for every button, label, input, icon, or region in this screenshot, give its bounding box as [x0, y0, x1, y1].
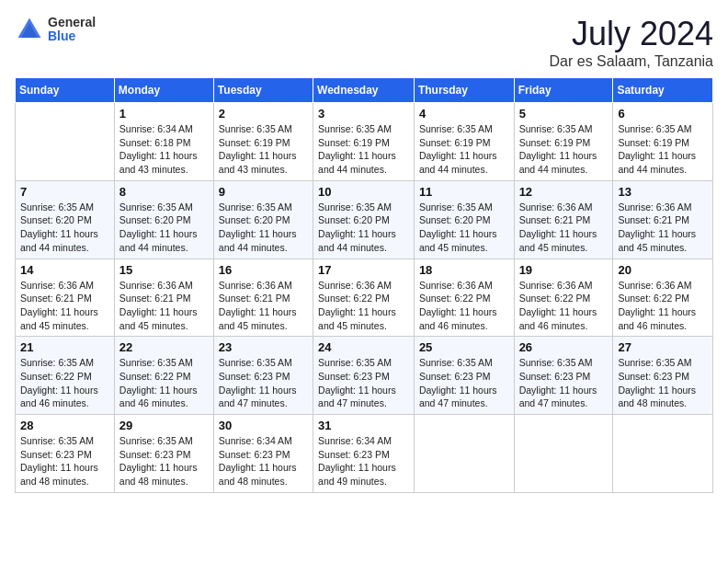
- logo-blue: Blue: [48, 29, 96, 43]
- weekday-header: Monday: [114, 78, 213, 103]
- day-number: 8: [119, 185, 209, 199]
- calendar-week-row: 7Sunrise: 6:35 AM Sunset: 6:20 PM Daylig…: [16, 180, 713, 259]
- day-number: 16: [219, 263, 308, 277]
- day-info: Sunrise: 6:35 AM Sunset: 6:22 PM Dayligh…: [20, 356, 109, 410]
- day-info: Sunrise: 6:35 AM Sunset: 6:20 PM Dayligh…: [119, 201, 209, 255]
- day-info: Sunrise: 6:35 AM Sunset: 6:23 PM Dayligh…: [219, 356, 308, 410]
- calendar-cell: 25Sunrise: 6:35 AM Sunset: 6:23 PM Dayli…: [414, 337, 514, 415]
- day-number: 27: [618, 340, 708, 354]
- day-info: Sunrise: 6:35 AM Sunset: 6:19 PM Dayligh…: [219, 122, 308, 177]
- calendar-cell: 14Sunrise: 6:36 AM Sunset: 6:21 PM Dayli…: [16, 259, 115, 337]
- day-number: 22: [119, 340, 209, 354]
- calendar-cell: 16Sunrise: 6:36 AM Sunset: 6:21 PM Dayli…: [213, 259, 313, 337]
- page-header: General Blue July 2024 Dar es Salaam, Ta…: [15, 15, 713, 70]
- day-number: 9: [219, 185, 308, 199]
- calendar-week-row: 1Sunrise: 6:34 AM Sunset: 6:18 PM Daylig…: [16, 103, 713, 181]
- day-info: Sunrise: 6:35 AM Sunset: 6:23 PM Dayligh…: [419, 356, 509, 410]
- day-number: 25: [419, 340, 509, 354]
- day-number: 29: [119, 419, 209, 432]
- day-info: Sunrise: 6:36 AM Sunset: 6:21 PM Dayligh…: [20, 279, 109, 333]
- day-number: 31: [318, 419, 409, 432]
- day-number: 5: [519, 107, 609, 121]
- calendar-cell: [16, 103, 115, 181]
- weekday-header: Sunday: [16, 78, 115, 103]
- calendar-cell: 30Sunrise: 6:34 AM Sunset: 6:23 PM Dayli…: [213, 415, 313, 493]
- weekday-header: Tuesday: [213, 78, 313, 103]
- calendar-cell: 4Sunrise: 6:35 AM Sunset: 6:19 PM Daylig…: [414, 103, 514, 181]
- calendar-cell: 21Sunrise: 6:35 AM Sunset: 6:22 PM Dayli…: [16, 337, 115, 415]
- weekday-header: Wednesday: [313, 78, 415, 103]
- calendar-cell: 5Sunrise: 6:35 AM Sunset: 6:19 PM Daylig…: [514, 103, 613, 181]
- day-number: 4: [419, 107, 509, 121]
- logo-icon: [15, 15, 44, 44]
- calendar-cell: [414, 415, 514, 493]
- day-info: Sunrise: 6:36 AM Sunset: 6:21 PM Dayligh…: [219, 279, 308, 333]
- calendar-cell: 13Sunrise: 6:36 AM Sunset: 6:21 PM Dayli…: [613, 180, 713, 259]
- day-info: Sunrise: 6:35 AM Sunset: 6:19 PM Dayligh…: [318, 122, 409, 177]
- day-info: Sunrise: 6:35 AM Sunset: 6:20 PM Dayligh…: [20, 201, 109, 255]
- day-number: 12: [519, 185, 609, 199]
- day-number: 26: [519, 340, 609, 354]
- calendar-cell: 23Sunrise: 6:35 AM Sunset: 6:23 PM Dayli…: [213, 337, 313, 415]
- calendar-cell: 17Sunrise: 6:36 AM Sunset: 6:22 PM Dayli…: [313, 259, 415, 337]
- calendar-cell: 19Sunrise: 6:36 AM Sunset: 6:22 PM Dayli…: [514, 259, 613, 337]
- logo-general: General: [48, 16, 96, 29]
- calendar-cell: 6Sunrise: 6:35 AM Sunset: 6:19 PM Daylig…: [613, 103, 713, 181]
- calendar-cell: 22Sunrise: 6:35 AM Sunset: 6:22 PM Dayli…: [114, 337, 213, 415]
- day-info: Sunrise: 6:36 AM Sunset: 6:21 PM Dayligh…: [519, 201, 609, 255]
- day-number: 3: [318, 107, 409, 121]
- day-info: Sunrise: 6:34 AM Sunset: 6:23 PM Dayligh…: [318, 434, 409, 488]
- day-info: Sunrise: 6:36 AM Sunset: 6:21 PM Dayligh…: [618, 201, 708, 255]
- calendar-week-row: 14Sunrise: 6:36 AM Sunset: 6:21 PM Dayli…: [16, 259, 713, 337]
- day-info: Sunrise: 6:34 AM Sunset: 6:18 PM Dayligh…: [119, 122, 209, 177]
- day-number: 7: [20, 185, 109, 199]
- logo: General Blue: [15, 15, 96, 44]
- day-number: 10: [318, 185, 409, 199]
- calendar-cell: 8Sunrise: 6:35 AM Sunset: 6:20 PM Daylig…: [114, 180, 213, 259]
- day-number: 15: [119, 263, 209, 277]
- calendar-cell: 1Sunrise: 6:34 AM Sunset: 6:18 PM Daylig…: [114, 103, 213, 181]
- day-info: Sunrise: 6:36 AM Sunset: 6:22 PM Dayligh…: [419, 279, 509, 333]
- day-info: Sunrise: 6:35 AM Sunset: 6:23 PM Dayligh…: [519, 356, 609, 410]
- day-info: Sunrise: 6:35 AM Sunset: 6:23 PM Dayligh…: [318, 356, 409, 410]
- day-number: 14: [20, 263, 109, 277]
- day-info: Sunrise: 6:36 AM Sunset: 6:21 PM Dayligh…: [119, 279, 209, 333]
- day-number: 1: [119, 107, 209, 121]
- calendar-week-row: 28Sunrise: 6:35 AM Sunset: 6:23 PM Dayli…: [16, 415, 713, 493]
- day-number: 21: [20, 340, 109, 354]
- calendar-cell: 9Sunrise: 6:35 AM Sunset: 6:20 PM Daylig…: [213, 180, 313, 259]
- day-number: 23: [219, 340, 308, 354]
- calendar-cell: 20Sunrise: 6:36 AM Sunset: 6:22 PM Dayli…: [613, 259, 713, 337]
- calendar-cell: 31Sunrise: 6:34 AM Sunset: 6:23 PM Dayli…: [313, 415, 415, 493]
- day-info: Sunrise: 6:36 AM Sunset: 6:22 PM Dayligh…: [318, 279, 409, 333]
- day-number: 20: [618, 263, 708, 277]
- title-block: July 2024 Dar es Salaam, Tanzania: [550, 15, 713, 70]
- calendar-cell: 11Sunrise: 6:35 AM Sunset: 6:20 PM Dayli…: [414, 180, 514, 259]
- calendar-header-row: SundayMondayTuesdayWednesdayThursdayFrid…: [16, 78, 713, 103]
- day-info: Sunrise: 6:36 AM Sunset: 6:22 PM Dayligh…: [519, 279, 609, 333]
- day-info: Sunrise: 6:35 AM Sunset: 6:19 PM Dayligh…: [419, 122, 509, 177]
- day-number: 6: [618, 107, 708, 121]
- calendar-week-row: 21Sunrise: 6:35 AM Sunset: 6:22 PM Dayli…: [16, 337, 713, 415]
- day-number: 30: [219, 419, 308, 432]
- day-number: 17: [318, 263, 409, 277]
- day-info: Sunrise: 6:35 AM Sunset: 6:23 PM Dayligh…: [119, 434, 209, 488]
- calendar-cell: 27Sunrise: 6:35 AM Sunset: 6:23 PM Dayli…: [613, 337, 713, 415]
- calendar-cell: 2Sunrise: 6:35 AM Sunset: 6:19 PM Daylig…: [213, 103, 313, 181]
- month-title: July 2024: [550, 15, 713, 53]
- weekday-header: Saturday: [613, 78, 713, 103]
- logo-text: General Blue: [48, 16, 96, 44]
- weekday-header: Friday: [514, 78, 613, 103]
- calendar-cell: 7Sunrise: 6:35 AM Sunset: 6:20 PM Daylig…: [16, 180, 115, 259]
- day-info: Sunrise: 6:35 AM Sunset: 6:19 PM Dayligh…: [618, 122, 708, 177]
- day-info: Sunrise: 6:35 AM Sunset: 6:20 PM Dayligh…: [419, 201, 509, 255]
- calendar-cell: [613, 415, 713, 493]
- day-info: Sunrise: 6:35 AM Sunset: 6:19 PM Dayligh…: [519, 122, 609, 177]
- day-number: 19: [519, 263, 609, 277]
- day-info: Sunrise: 6:35 AM Sunset: 6:22 PM Dayligh…: [119, 356, 209, 410]
- day-number: 13: [618, 185, 708, 199]
- calendar-cell: 10Sunrise: 6:35 AM Sunset: 6:20 PM Dayli…: [313, 180, 415, 259]
- calendar-cell: 26Sunrise: 6:35 AM Sunset: 6:23 PM Dayli…: [514, 337, 613, 415]
- calendar-cell: 15Sunrise: 6:36 AM Sunset: 6:21 PM Dayli…: [114, 259, 213, 337]
- day-number: 11: [419, 185, 509, 199]
